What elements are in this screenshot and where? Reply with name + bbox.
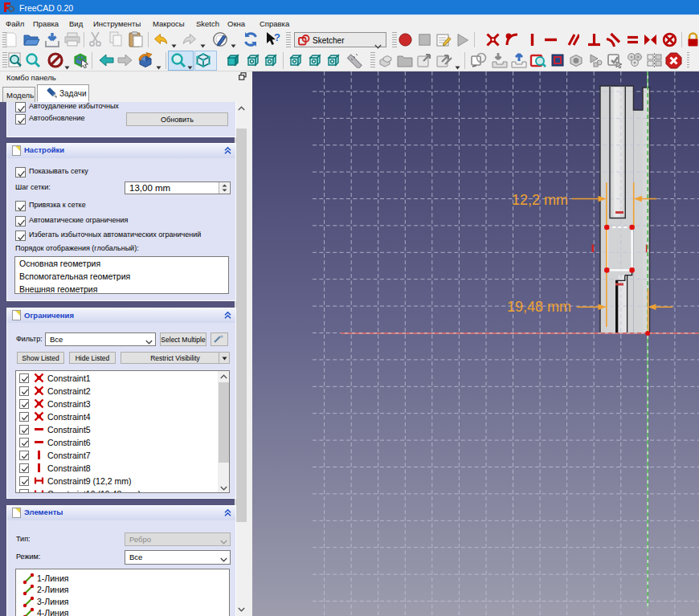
svg-text:12,2 mm: 12,2 mm bbox=[512, 192, 568, 208]
svg-text:?: ? bbox=[274, 31, 280, 43]
svg-text:19,48 mm: 19,48 mm bbox=[507, 299, 571, 315]
